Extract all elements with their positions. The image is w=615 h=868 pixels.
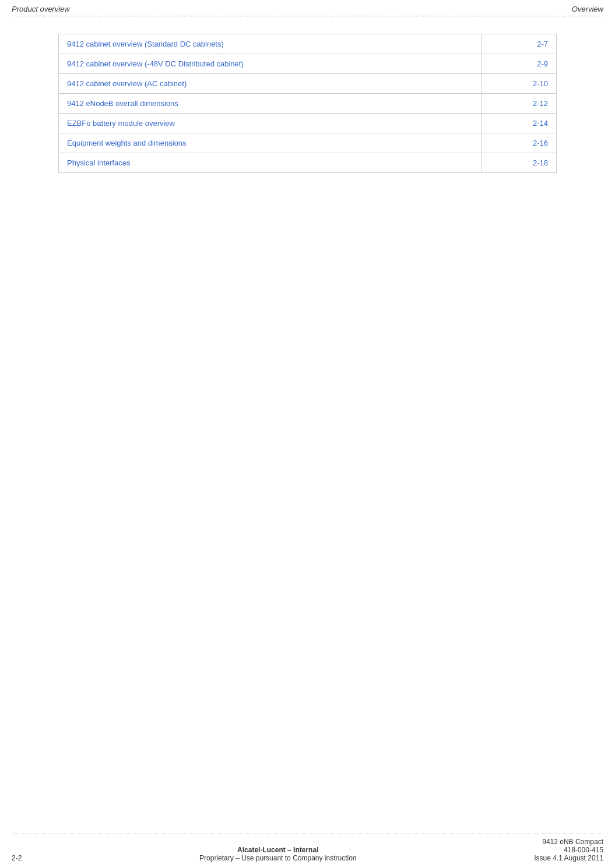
table-row: 9412 cabinet overview (Standard DC cabin… — [59, 34, 557, 54]
toc-link[interactable]: Physical interfaces — [67, 158, 130, 167]
table-row: Equipment weights and dimensions2-16 — [59, 133, 557, 153]
footer-doc-number: 418-000-415 — [534, 846, 603, 854]
toc-item-page: 2-9 — [482, 54, 556, 74]
toc-item-page: 2-14 — [482, 114, 556, 133]
header-right: Overview — [572, 5, 603, 13]
toc-item-label[interactable]: 9412 cabinet overview (-48V DC Distribut… — [59, 54, 482, 74]
table-row: 9412 eNodeB overall dimensions2-12 — [59, 94, 557, 114]
page-header: Product overview Overview — [0, 0, 615, 16]
toc-table: 9412 cabinet overview (Standard DC cabin… — [58, 34, 557, 173]
main-content: 9412 cabinet overview (Standard DC cabin… — [0, 16, 615, 185]
toc-item-page: 2-7 — [482, 34, 556, 54]
footer-proprietary: Proprietary – Use pursuant to Company in… — [199, 854, 356, 862]
toc-item-page: 2-18 — [482, 153, 556, 173]
toc-item-label[interactable]: 9412 cabinet overview (AC cabinet) — [59, 74, 482, 94]
toc-item-label[interactable]: 9412 eNodeB overall dimensions — [59, 94, 482, 114]
footer-content: 2-2 Alcatel-Lucent – Internal Proprietar… — [0, 834, 615, 868]
toc-item-label[interactable]: EZBFo battery module overview — [59, 114, 482, 133]
toc-item-page: 2-10 — [482, 74, 556, 94]
footer-company: Alcatel-Lucent – Internal — [199, 846, 356, 854]
toc-link[interactable]: 9412 cabinet overview (AC cabinet) — [67, 79, 187, 88]
footer-page-number: 2-2 — [12, 854, 22, 862]
toc-item-label[interactable]: Physical interfaces — [59, 153, 482, 173]
toc-link[interactable]: 9412 eNodeB overall dimensions — [67, 99, 178, 108]
header-left: Product overview — [12, 5, 70, 13]
toc-link[interactable]: 9412 cabinet overview (Standard DC cabin… — [67, 40, 224, 48]
toc-item-label[interactable]: Equipment weights and dimensions — [59, 133, 482, 153]
footer-issue: Issue 4.1 August 2011 — [534, 854, 603, 862]
table-row: Physical interfaces2-18 — [59, 153, 557, 173]
toc-link[interactable]: EZBFo battery module overview — [67, 119, 175, 128]
table-row: 9412 cabinet overview (AC cabinet)2-10 — [59, 74, 557, 94]
toc-item-page: 2-12 — [482, 94, 556, 114]
footer-right: 9412 eNB Compact 418-000-415 Issue 4.1 A… — [534, 838, 603, 862]
table-row: 9412 cabinet overview (-48V DC Distribut… — [59, 54, 557, 74]
toc-link[interactable]: Equipment weights and dimensions — [67, 139, 187, 147]
toc-link[interactable]: 9412 cabinet overview (-48V DC Distribut… — [67, 59, 244, 68]
toc-item-label[interactable]: 9412 cabinet overview (Standard DC cabin… — [59, 34, 482, 54]
page-footer: 2-2 Alcatel-Lucent – Internal Proprietar… — [0, 834, 615, 868]
toc-item-page: 2-16 — [482, 133, 556, 153]
footer-center: Alcatel-Lucent – Internal Proprietary – … — [199, 846, 356, 862]
footer-product: 9412 eNB Compact — [534, 838, 603, 846]
table-row: EZBFo battery module overview2-14 — [59, 114, 557, 133]
